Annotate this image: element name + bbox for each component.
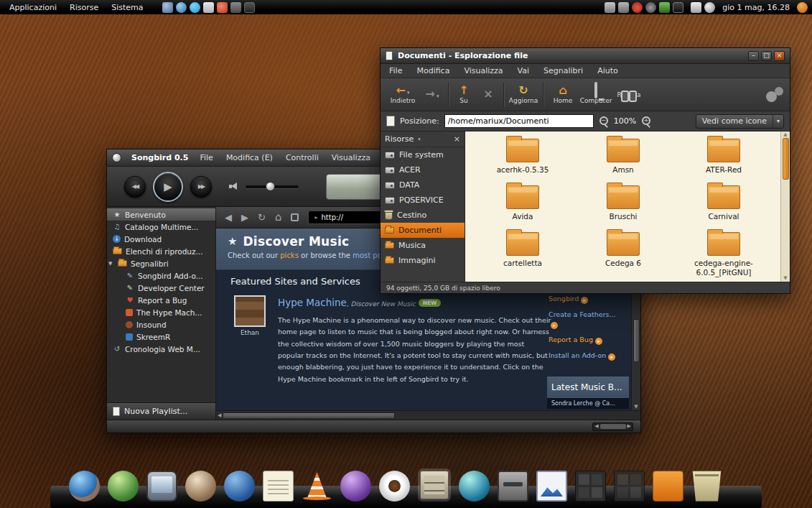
java-icon[interactable] [379,471,410,502]
launcher-icon[interactable] [217,2,228,13]
create-a-feather-link[interactable]: Create a Feathers...▸ [549,310,622,328]
refresh-button[interactable]: ↻ Aggiorna [507,79,540,111]
close-button[interactable]: × [774,51,785,61]
fm-menu-vai[interactable]: Vai [516,66,531,75]
sidebar-item-documenti[interactable]: Documenti [381,223,465,238]
network-icon[interactable] [691,2,701,13]
view-mode-dropdown[interactable]: Vedi come icone ▾ [696,114,784,129]
sidebar-item-immagini[interactable]: Immagini [381,253,465,268]
feature-thumbnail[interactable] [234,295,266,327]
launcher-icon[interactable] [162,2,173,13]
workspace-icon[interactable] [575,471,606,502]
menu-risorse[interactable]: Risorse [63,0,105,14]
location-input[interactable] [444,114,594,128]
computer-button[interactable]: Computer [579,79,612,111]
folder-icon[interactable] [653,471,683,502]
hype-machine-link[interactable]: Hype Machine [278,297,347,308]
zoom-out-icon[interactable]: − [599,116,609,126]
horizontal-scrollbar[interactable]: ◀ [216,410,640,420]
sidebar-item-cestino[interactable]: Cestino [381,208,465,223]
sidebar-header[interactable]: Risorse ▾ × [381,131,465,147]
scrollbar-thumb[interactable] [783,138,789,180]
folder-item[interactable]: Amsn [573,139,673,175]
text-editor-icon[interactable] [263,471,294,502]
scroll-right-icon[interactable]: ▶ [627,424,631,429]
maximize-button[interactable]: □ [761,51,772,61]
sidebar-item-catalogo[interactable]: ♫Catalogo Multime... [107,221,215,233]
scrollbar-thumb[interactable] [633,319,640,362]
folder-item[interactable]: cedega-engine-6.0.5_[PitGNU] [673,232,774,277]
browser-refresh-button[interactable]: ↻ [258,213,266,222]
browser-home-button[interactable]: ⌂ [275,212,282,223]
launcher-icon[interactable] [230,2,241,13]
caret-down-icon[interactable]: ▾ [437,93,439,99]
tray-monitor-chart-icon[interactable] [659,2,670,13]
sidebar-item-elenchi[interactable]: Elenchi di riproduz... [107,245,215,257]
tray-update-icon[interactable] [632,2,643,13]
sidebar-item-report-a-bug[interactable]: ♥Report a Bug [107,294,215,306]
tray-screen-icon[interactable] [673,2,683,13]
sidebar-item-data[interactable]: DATA [381,177,465,193]
tray-gear-icon[interactable] [645,2,656,13]
fm-menu-file[interactable]: File [388,66,403,75]
install-an-addon-link[interactable]: Install an Add-on▸ [549,351,622,361]
file-manager-titlebar[interactable]: Documenti - Esplorazione file – □ × [381,48,790,64]
caret-down-icon[interactable]: ▾ [418,137,421,142]
scroll-up-icon[interactable]: ▲ [783,132,787,137]
sidebar-item-pqservice[interactable]: PQSERVICE [381,193,465,208]
songbird-menu-file[interactable]: File [198,153,214,162]
tray-display-icon[interactable] [605,2,615,13]
panel-logo-icon[interactable] [797,2,808,13]
sidebar-item-developer-center[interactable]: ✎Developer Center [107,282,215,294]
folder-item[interactable]: Carnival [673,185,774,221]
volume-icon[interactable] [704,2,715,13]
sidebar-item-segnalibri[interactable]: ▼Segnalibri [107,257,215,269]
workspace-icon[interactable] [614,471,645,502]
vlc-icon[interactable] [302,471,332,502]
songbird-menu-visualizza[interactable]: Visualizza [330,153,372,162]
launcher-icon[interactable] [203,2,214,13]
fm-menu-visualizza[interactable]: Visualizza [462,66,504,75]
gimp-icon[interactable] [185,471,216,502]
folder-item[interactable]: cartelletta [472,232,573,277]
picks-link[interactable]: picks [280,251,299,259]
launcher-icon[interactable] [190,2,200,13]
panel-clock[interactable]: gio 1 mag, 16.28 [717,3,795,12]
expander-icon[interactable]: ▼ [108,261,114,267]
zoom-in-icon[interactable]: + [641,116,651,126]
browser-tab-icon[interactable] [291,213,299,221]
web-browser-icon[interactable] [108,471,139,502]
sidebar-item-songbird-addons[interactable]: ✎Songbird Add-o... [107,269,215,282]
tray-display2-icon[interactable] [618,2,629,13]
scrollbar-thumb[interactable] [223,412,395,419]
launcher-icon[interactable] [244,2,255,13]
folder-item[interactable]: Bruschi [573,185,673,221]
next-button[interactable]: ▶▶ [190,176,212,198]
scroll-down-icon[interactable]: ▼ [783,276,787,281]
folder-item[interactable]: acerhk-0.5.35 [472,139,573,175]
play-button[interactable]: ▶ [153,172,183,202]
latest-music-item-link[interactable]: Sondra Lerche @ Ca... [551,400,615,407]
mini-scrollbar[interactable]: ◀ ▶ [592,422,633,431]
songbird-menu-modifica[interactable]: Modifica (E) [225,153,274,162]
browser-forward-button[interactable]: ▶ [241,213,248,222]
stop-button[interactable]: × [476,79,500,111]
sidebar-item-the-hype-machine[interactable]: The Hype Mach... [107,306,215,318]
caret-down-icon[interactable]: ▾ [773,115,783,128]
scrollbar-thumb[interactable] [600,424,626,429]
file-browser-icon[interactable] [146,471,177,502]
sidebar-item-acer[interactable]: ACER [381,162,465,177]
report-a-bug-link[interactable]: Report a Bug▸ [549,336,622,345]
sidebar-item-download[interactable]: ↓Download [107,233,215,245]
thunderbird-icon[interactable] [224,471,255,502]
home-button[interactable]: ⌂ Home [546,79,579,111]
minimize-button[interactable]: – [748,51,759,61]
fm-menu-aiuto[interactable]: Aiuto [596,66,620,75]
folder-item[interactable]: ATER-Red [673,139,774,175]
menu-applicazioni[interactable]: Applicazioni [3,0,63,14]
sidebar-item-benvenuto[interactable]: ★Benvenuto [107,208,215,221]
songbird-menu-controlli[interactable]: Controlli [284,153,320,162]
previous-button[interactable]: ◀◀ [124,176,146,198]
media-orb-icon[interactable] [340,471,371,502]
menu-sistema[interactable]: Sistema [105,0,149,14]
